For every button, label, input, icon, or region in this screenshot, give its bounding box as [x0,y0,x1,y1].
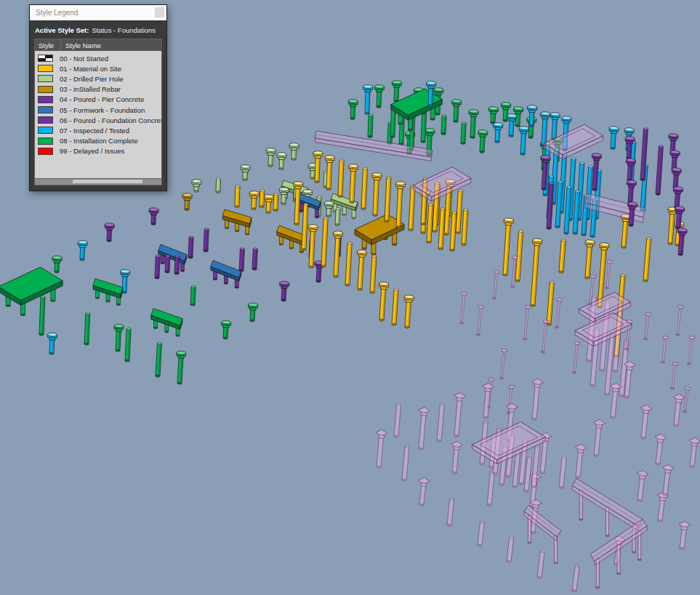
style-name: 00 - Not Started [60,55,108,63]
legend-table: Style Style Name 00 - Not Started01 - Ma… [34,39,162,185]
legend-row: 03 - inStalled Rebar [35,84,161,95]
close-button[interactable] [155,7,164,17]
style-swatch [38,137,53,145]
horizontal-scrollbar [34,179,162,185]
style-name: 01 - Material on Site [60,65,121,73]
style-swatch [38,75,53,82]
style-name: 02 - Drilled Pier Hole [60,75,124,83]
active-style-set-value: Status - Foundations [92,26,156,34]
panel-body: Active Style Set:Status - Foundations St… [30,20,166,191]
legend-table-body: 00 - Not Started01 - Material on Site02 … [34,51,162,179]
style-name: 08 - Installation Complete [60,137,138,145]
legend-row: 02 - Drilled Pier Hole [35,73,161,84]
legend-row: 01 - Material on Site [35,63,161,73]
style-swatch [38,148,53,155]
legend-row: 06 - Poured - Foundation Concrete [35,115,161,125]
legend-row: 00 - Not Started [35,53,161,63]
panel-title: Style Legend [30,9,78,17]
style-name: 99 - Delayed / Issues [60,147,124,155]
legend-row: 07 - Inspected / Tested [35,125,161,135]
panel-titlebar[interactable]: Style Legend [30,5,166,20]
scrollbar-thumb[interactable] [73,180,142,183]
style-swatch [38,106,53,113]
active-style-set-label: Active Style Set: [35,26,89,34]
style-name: 03 - inStalled Rebar [60,85,121,93]
style-name: 07 - Inspected / Tested [60,127,129,135]
style-swatch [38,55,53,62]
style-swatch [38,116,53,124]
app-window: Style Legend Active Style Set:Status - F… [0,0,700,595]
style-swatch [38,127,53,134]
style-swatch [38,86,53,93]
style-name: 05 - Formwork - Foundation [60,106,145,114]
legend-row: 04 - Poured - Pier Concrete [35,95,161,105]
style-swatch [38,65,53,72]
legend-row: 05 - Formwork - Foundation [35,105,161,115]
legend-row: 08 - Installation Complete [35,136,161,146]
column-style-name: Style Name [61,41,101,49]
column-style: Style [35,39,61,51]
style-name: 04 - Poured - Pier Concrete [60,95,144,103]
legend-table-header: Style Style Name [34,39,162,51]
style-swatch [38,96,53,103]
active-style-set: Active Style Set:Status - Foundations [35,26,162,34]
legend-row: 99 - Delayed / Issues [35,146,161,156]
style-legend-panel: Style Legend Active Style Set:Status - F… [29,4,167,191]
style-name: 06 - Poured - Foundation Concrete [60,116,162,124]
